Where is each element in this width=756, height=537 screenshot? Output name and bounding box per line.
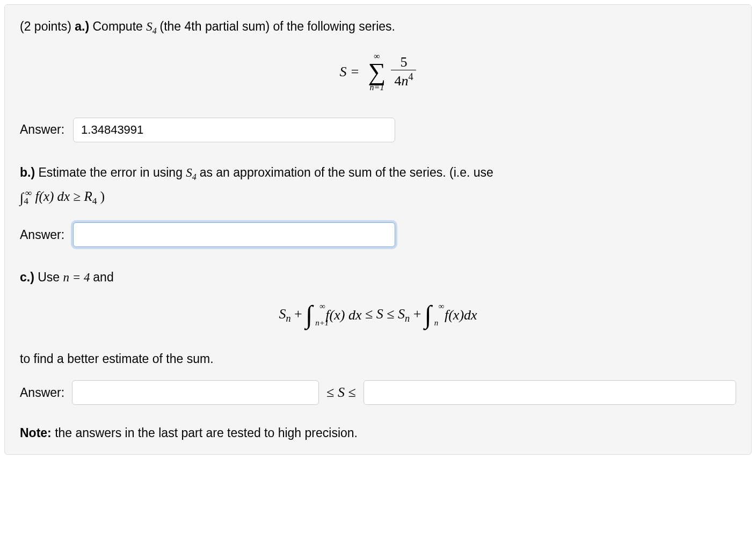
int1-body: f(x) dx — [325, 306, 361, 325]
answer-b-input[interactable] — [73, 222, 395, 247]
part-a-text1: Compute — [93, 19, 143, 33]
frac-numerator: 5 — [397, 55, 410, 70]
answer-b-label: Answer: — [20, 226, 64, 243]
int-b-upper: ∞ — [25, 187, 32, 198]
answer-c-label: Answer: — [20, 384, 64, 401]
n-eq-4: n = 4 — [63, 271, 93, 284]
int1-upper: ∞ — [319, 301, 325, 312]
s4-symbol-b: S4 — [186, 166, 199, 179]
den-exp: 4 — [408, 71, 413, 82]
inequality-formula: Sn + ∫ ∞ n+1 f(x) dx ≤ S ≤ Sn + ∫ — [20, 302, 736, 329]
sn2-sub: n — [405, 313, 410, 324]
sigma-symbol: ∑ — [368, 61, 386, 83]
part-a-text2: (the 4th partial sum) of the following s… — [160, 19, 395, 33]
answer-c-row: Answer: ≤ S ≤ — [20, 380, 736, 405]
sigma-lower: n=1 — [370, 83, 384, 92]
integral-icon-2: ∫ — [425, 300, 432, 329]
int2-body: f(x)dx — [445, 306, 477, 325]
problem-container: (2 points) a.) Compute S4 (the 4th parti… — [4, 4, 752, 455]
den-var: n — [401, 73, 408, 89]
part-a-prompt: (2 points) a.) Compute S4 (the 4th parti… — [20, 18, 736, 37]
integral-1: ∫ ∞ n+1 f(x) dx — [306, 302, 361, 329]
answer-a-input[interactable] — [73, 118, 395, 142]
leq1: ≤ — [365, 306, 373, 322]
fx-b: f(x) — [35, 189, 54, 204]
part-c-prompt2: to find a better estimate of the sum. — [20, 350, 736, 367]
plus2: + — [413, 306, 421, 322]
note-text: the answers in the last part are tested … — [55, 426, 358, 440]
dx-b: dx — [57, 189, 70, 204]
s4-s: S — [146, 20, 152, 33]
points-label: (2 points) — [20, 19, 71, 33]
s-mid: S — [376, 306, 383, 322]
r4-sub: 4 — [92, 195, 97, 206]
r4-r: R — [84, 189, 92, 204]
geq-b: ≥ — [73, 189, 81, 204]
leq2: ≤ — [387, 306, 394, 322]
part-a-label: a.) — [75, 19, 89, 33]
frac-denominator: 4n4 — [391, 70, 416, 89]
answer-a-label: Answer: — [20, 121, 64, 138]
answer-b-row: Answer: — [20, 222, 736, 247]
paren-close-b: ) — [100, 189, 105, 204]
part-c-prompt1: c.) Use n = 4 and — [20, 268, 736, 286]
integral-2: ∫ ∞ n f(x)dx — [425, 302, 477, 329]
answer-a-row: Answer: — [20, 118, 736, 142]
s4b-sub: 4 — [192, 172, 197, 181]
series-lhs: S = — [340, 62, 360, 82]
integral-b-expression: ∫4∞ f(x) dx ≥ R4 ) — [20, 186, 736, 208]
sn2-s: S — [398, 306, 405, 322]
sigma-icon: ∞ ∑ n=1 — [368, 52, 386, 91]
part-c-label: c.) — [20, 270, 34, 284]
s4b-s: S — [186, 166, 192, 179]
s4-symbol: S4 — [146, 20, 159, 33]
int2-lower: n — [434, 317, 439, 329]
fraction: 5 4n4 — [391, 55, 416, 89]
integral-icon-1: ∫ — [306, 300, 312, 329]
sn1-sub: n — [286, 313, 290, 324]
note-label: Note: — [20, 426, 52, 440]
part-c-section: c.) Use n = 4 and Sn + ∫ ∞ n+1 f(x) dx ≤ — [20, 268, 736, 441]
plus1: + — [294, 306, 302, 322]
part-b-text1: Estimate the error in using — [39, 165, 183, 179]
part-c-text1: Use — [38, 270, 60, 284]
note-row: Note: the answers in the last part are t… — [20, 424, 736, 441]
part-b-prompt: b.) Estimate the error in using S4 as an… — [20, 164, 736, 208]
s4-sub: 4 — [152, 26, 157, 35]
series-formula: S = ∞ ∑ n=1 5 4n4 — [20, 52, 736, 91]
answer-c-lower-input[interactable] — [72, 380, 319, 405]
part-b-text2: as an approximation of the sum of the se… — [200, 165, 493, 179]
part-c-text2: and — [93, 270, 113, 284]
sn1-s: S — [279, 306, 286, 322]
between-s: ≤ S ≤ — [326, 383, 356, 402]
den-coef: 4 — [394, 73, 401, 89]
int1-lower: n+1 — [315, 317, 329, 329]
int2-upper: ∞ — [439, 301, 445, 312]
answer-c-upper-input[interactable] — [364, 380, 736, 405]
part-b-label: b.) — [20, 165, 35, 179]
